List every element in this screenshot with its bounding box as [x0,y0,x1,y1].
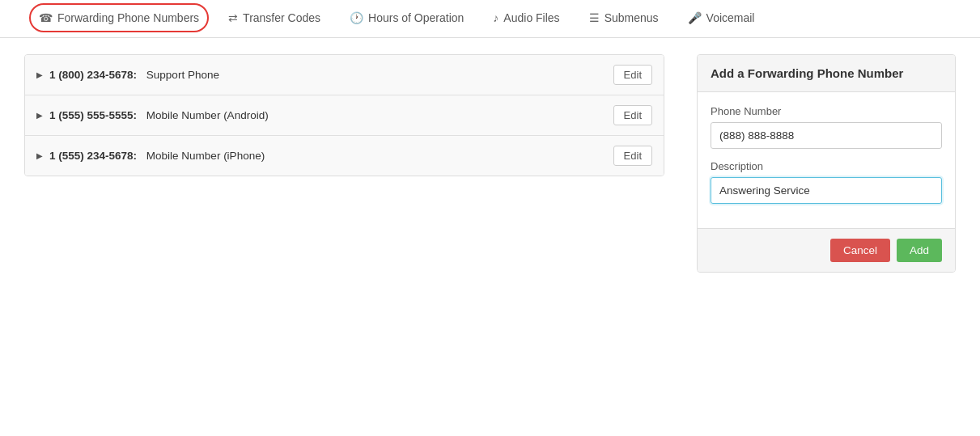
cancel-button[interactable]: Cancel [830,239,890,262]
left-panel: ▶ 1 (800) 234-5678: Support Phone Edit ▶… [24,54,664,273]
menu-icon: ☰ [589,11,600,24]
phone-icon: ☎ [39,11,53,24]
nav-tabs: ☎ Forwarding Phone Numbers ⇄ Transfer Co… [0,0,980,38]
tab-voicemail-label: Voicemail [706,11,755,24]
microphone-icon: 🎤 [688,11,702,24]
list-item: ▶ 1 (800) 234-5678: Support Phone Edit [25,55,664,95]
phone-item-label-1: ▶ 1 (800) 234-5678: Support Phone [36,69,219,81]
collapse-icon-1: ▶ [36,70,43,79]
clock-icon: 🕐 [350,11,363,24]
page-wrapper: ☎ Forwarding Phone Numbers ⇄ Transfer Co… [0,0,980,436]
description-input[interactable] [711,177,942,204]
add-form-title: Add a Forwarding Phone Number [698,55,955,92]
tab-hours[interactable]: 🕐 Hours of Operation [335,0,478,37]
tab-transfer[interactable]: ⇄ Transfer Codes [214,0,335,37]
phone-list: ▶ 1 (800) 234-5678: Support Phone Edit ▶… [24,54,664,176]
phone-number-field-label: Phone Number [711,105,942,117]
tab-audio[interactable]: ♪ Audio Files [478,0,574,37]
tab-forwarding-label: Forwarding Phone Numbers [57,11,199,24]
edit-button-3[interactable]: Edit [613,146,652,166]
tab-forwarding[interactable]: ☎ Forwarding Phone Numbers [24,0,214,37]
description-group: Description [711,160,942,204]
right-panel: Add a Forwarding Phone Number Phone Numb… [697,54,956,273]
main-content: ▶ 1 (800) 234-5678: Support Phone Edit ▶… [0,38,980,289]
phone-number-group: Phone Number [711,105,942,149]
tab-voicemail[interactable]: 🎤 Voicemail [673,0,770,37]
phone-number-input[interactable] [711,122,942,149]
phone-desc-3: Mobile Number (iPhone) [146,150,265,162]
phone-number-2: 1 (555) 555-5555: [49,109,137,121]
collapse-icon-2: ▶ [36,111,43,120]
tab-hours-label: Hours of Operation [368,11,464,24]
tab-transfer-label: Transfer Codes [243,11,320,24]
add-form-footer: Cancel Add [698,228,955,272]
tab-submenus[interactable]: ☰ Submenus [575,0,673,37]
add-form-card: Add a Forwarding Phone Number Phone Numb… [697,54,956,273]
collapse-icon-3: ▶ [36,151,43,160]
phone-desc-2: Mobile Number (Android) [146,109,269,121]
description-field-label: Description [711,160,942,172]
tab-audio-label: Audio Files [503,11,559,24]
phone-number-3: 1 (555) 234-5678: [49,150,137,162]
edit-button-2[interactable]: Edit [613,105,652,125]
list-item: ▶ 1 (555) 555-5555: Mobile Number (Andro… [25,95,664,136]
transfer-icon: ⇄ [228,11,238,24]
add-button[interactable]: Add [897,239,942,262]
phone-desc-1: Support Phone [146,69,219,81]
phone-item-label-3: ▶ 1 (555) 234-5678: Mobile Number (iPhon… [36,150,265,162]
music-icon: ♪ [493,11,498,24]
edit-button-1[interactable]: Edit [613,65,652,85]
phone-number-1: 1 (800) 234-5678: [49,69,137,81]
list-item: ▶ 1 (555) 234-5678: Mobile Number (iPhon… [25,136,664,176]
add-form-body: Phone Number Description [698,92,955,228]
tab-submenus-label: Submenus [605,11,659,24]
phone-item-label-2: ▶ 1 (555) 555-5555: Mobile Number (Andro… [36,109,269,121]
